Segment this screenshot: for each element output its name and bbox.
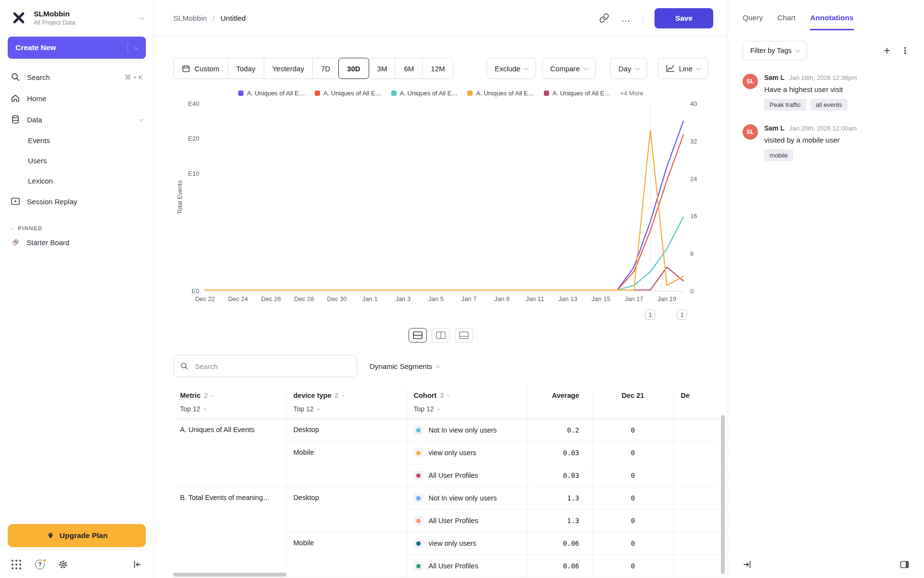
sidebar-item-session-replay[interactable]: Session Replay — [0, 191, 154, 212]
create-new-menu-toggle[interactable] — [128, 42, 138, 53]
date-range-12m[interactable]: 12M — [422, 58, 453, 79]
tab-chart[interactable]: Chart — [777, 13, 796, 30]
date-range-7d[interactable]: 7D — [312, 58, 339, 79]
column-header-metric[interactable]: Metric2 Top 12 — [173, 387, 286, 419]
add-annotation-button[interactable]: + — [884, 46, 890, 55]
layout-rows-button[interactable] — [409, 328, 427, 342]
cohort-color-badge — [414, 493, 424, 503]
search-input[interactable] — [173, 355, 357, 377]
sidebar-item-users[interactable]: Users — [0, 150, 154, 171]
more-options-icon[interactable]: … — [621, 16, 631, 21]
top-filter-dropdown[interactable]: Top 12 — [414, 405, 520, 413]
toggle-right-panel-icon[interactable] — [899, 560, 910, 569]
settings-gear-icon[interactable] — [58, 560, 68, 569]
help-icon[interactable]: ? — [35, 560, 45, 569]
cohort-name: view only users — [429, 449, 476, 457]
search-icon — [11, 72, 20, 82]
tab-query[interactable]: Query — [743, 13, 763, 30]
column-header-dec21[interactable]: Dec 21 — [592, 387, 674, 419]
table-row[interactable]: A. Uniques of All Events Desktop Not In … — [173, 419, 728, 442]
average-value: 1.3 — [527, 510, 592, 532]
date-range-6m[interactable]: 6M — [395, 58, 423, 79]
cohort-color-badge — [414, 448, 424, 458]
date-range-30d[interactable]: 30D — [338, 58, 369, 79]
exclude-label: Exclude — [495, 65, 520, 73]
sidebar-item-lexicon[interactable]: Lexicon — [0, 171, 154, 191]
horizontal-scrollbar[interactable] — [173, 573, 286, 577]
annotation-item[interactable]: SL Sam L Jan 18th, 2026 12:36pm Have a h… — [743, 74, 910, 111]
compare-dropdown[interactable]: Compare — [542, 58, 596, 79]
legend-more-button[interactable]: +4 More — [620, 90, 643, 97]
create-new-button[interactable]: Create New — [8, 37, 146, 59]
sidebar-item-events[interactable]: Events — [0, 130, 154, 150]
legend-item[interactable]: A. Uniques of All E… — [467, 90, 534, 97]
y-axis-tick-label: 16 — [690, 212, 697, 220]
layout-columns-button[interactable] — [432, 328, 450, 342]
workspace-name: SLMobbin — [34, 10, 135, 18]
more-glyph: … — [621, 16, 631, 21]
sidebar-item-home[interactable]: Home — [0, 88, 154, 109]
column-header-average[interactable]: Average — [527, 387, 592, 419]
collapse-sidebar-icon[interactable] — [132, 560, 142, 569]
keyboard-shortcut: ⌘ + K — [125, 73, 143, 81]
top-filter-dropdown[interactable]: Top 12 — [180, 405, 280, 413]
dynamic-segments-dropdown[interactable]: Dynamic Segments — [370, 362, 440, 370]
dec21-value: 0 — [592, 555, 674, 578]
filter-by-tags-dropdown[interactable]: Filter by Tags — [743, 41, 807, 60]
date-range-custom[interactable]: Custom — [173, 58, 228, 79]
upgrade-plan-button[interactable]: Upgrade Plan — [8, 524, 146, 547]
sidebar-item-label: Users — [28, 157, 47, 165]
top-filter-label: Top 12 — [414, 405, 434, 413]
save-button[interactable]: Save — [654, 8, 713, 28]
annotation-item[interactable]: SL Sam L Jan 20th, 2026 12:00am visited … — [743, 124, 910, 161]
skip-to-end-icon[interactable] — [743, 560, 752, 569]
apps-grid-icon[interactable] — [12, 560, 22, 570]
annotation-marker[interactable]: 1 — [677, 310, 687, 320]
annotation-marker[interactable]: 1 — [645, 310, 655, 320]
date-range-today[interactable]: Today — [228, 58, 264, 79]
column-header-cohort[interactable]: Cohort3 Top 12 — [407, 387, 527, 419]
annotation-tag[interactable]: all events — [810, 99, 847, 111]
legend-item[interactable]: A. Uniques of All E… — [315, 90, 382, 97]
cohort-name: All User Profiles — [429, 517, 478, 525]
help-glyph: ? — [38, 561, 41, 568]
cohort-cell: All User Profiles — [407, 555, 527, 578]
exclude-dropdown[interactable]: Exclude — [487, 58, 536, 79]
granularity-dropdown[interactable]: Day — [610, 58, 647, 79]
annotation-tag[interactable]: mobile — [764, 149, 793, 161]
line-chart-plot[interactable]: Total Events E40 E20 E10 E0 40 32 24 16 … — [205, 104, 683, 291]
pinned-section-toggle[interactable]: PINNED — [0, 225, 154, 231]
notification-dot — [42, 558, 47, 563]
y-axis-tick-label: 24 — [690, 175, 697, 182]
tab-annotations[interactable]: Annotations — [810, 13, 853, 30]
sidebar-item-search[interactable]: Search ⌘ + K — [0, 66, 154, 88]
copy-link-icon[interactable] — [599, 13, 609, 23]
layout-bottom-button[interactable] — [455, 328, 473, 342]
legend-item[interactable]: A. Uniques of All E… — [391, 90, 458, 97]
workspace-switcher[interactable]: SLMobbin All Project Data — [0, 9, 154, 27]
column-header-device-type[interactable]: device type2 Top 12 — [286, 387, 407, 419]
breadcrumb-separator: / — [207, 14, 220, 23]
dec21-value: 0 — [592, 532, 674, 555]
chart-area: A. Uniques of All E… A. Uniques of All E… — [173, 90, 728, 342]
legend-item[interactable]: A. Uniques of All E… — [544, 90, 611, 97]
annotations-more-button[interactable]: ⋮ — [901, 46, 910, 55]
column-label: Metric — [180, 392, 201, 399]
sidebar-item-data[interactable]: Data — [0, 109, 154, 130]
legend-item[interactable]: A. Uniques of All E… — [238, 90, 305, 97]
annotation-tag[interactable]: Peak traffic — [764, 99, 806, 111]
vertical-scrollbar[interactable] — [721, 415, 725, 574]
sidebar-footer: ? — [0, 552, 154, 577]
top-filter-dropdown[interactable]: Top 12 — [294, 405, 400, 413]
date-range-yesterday[interactable]: Yesterday — [264, 58, 313, 79]
cohort-color-badge — [414, 561, 424, 571]
column-header-next[interactable]: De — [674, 387, 728, 419]
next-value — [674, 532, 728, 555]
sidebar-item-starter-board[interactable]: Starter Board — [0, 231, 154, 253]
report-title[interactable]: Untitled — [220, 14, 246, 23]
dec21-value: 0 — [592, 464, 674, 487]
table-row[interactable]: B. Total Events of meaning… Desktop Not … — [173, 487, 728, 510]
date-range-3m[interactable]: 3M — [369, 58, 396, 79]
chart-type-dropdown[interactable]: Line — [658, 58, 708, 79]
breadcrumb-workspace-link[interactable]: SLMobbin — [173, 14, 207, 23]
